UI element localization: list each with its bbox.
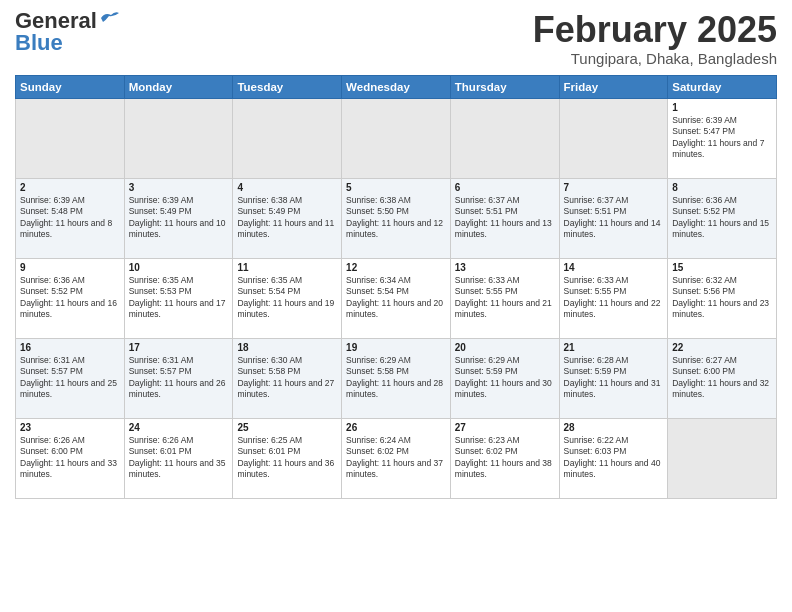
- day-number: 5: [346, 182, 446, 193]
- cell-info: Sunrise: 6:33 AM Sunset: 5:55 PM Dayligh…: [455, 275, 555, 321]
- cell-info: Sunrise: 6:39 AM Sunset: 5:49 PM Dayligh…: [129, 195, 229, 241]
- table-row: 22Sunrise: 6:27 AM Sunset: 6:00 PM Dayli…: [668, 338, 777, 418]
- day-number: 19: [346, 342, 446, 353]
- cell-info: Sunrise: 6:36 AM Sunset: 5:52 PM Dayligh…: [672, 195, 772, 241]
- table-row: [16, 98, 125, 178]
- table-row: 18Sunrise: 6:30 AM Sunset: 5:58 PM Dayli…: [233, 338, 342, 418]
- day-number: 26: [346, 422, 446, 433]
- table-row: [233, 98, 342, 178]
- table-row: [559, 98, 668, 178]
- day-number: 18: [237, 342, 337, 353]
- day-number: 12: [346, 262, 446, 273]
- table-row: 23Sunrise: 6:26 AM Sunset: 6:00 PM Dayli…: [16, 418, 125, 498]
- table-row: 15Sunrise: 6:32 AM Sunset: 5:56 PM Dayli…: [668, 258, 777, 338]
- cell-info: Sunrise: 6:26 AM Sunset: 6:01 PM Dayligh…: [129, 435, 229, 481]
- day-number: 24: [129, 422, 229, 433]
- cell-info: Sunrise: 6:37 AM Sunset: 5:51 PM Dayligh…: [455, 195, 555, 241]
- table-row: 3Sunrise: 6:39 AM Sunset: 5:49 PM Daylig…: [124, 178, 233, 258]
- month-title: February 2025: [533, 10, 777, 50]
- day-number: 17: [129, 342, 229, 353]
- logo-text-blue: Blue: [15, 32, 63, 54]
- cell-info: Sunrise: 6:23 AM Sunset: 6:02 PM Dayligh…: [455, 435, 555, 481]
- header-thursday: Thursday: [450, 75, 559, 98]
- table-row: 24Sunrise: 6:26 AM Sunset: 6:01 PM Dayli…: [124, 418, 233, 498]
- day-number: 22: [672, 342, 772, 353]
- table-row: [342, 98, 451, 178]
- header-tuesday: Tuesday: [233, 75, 342, 98]
- day-number: 13: [455, 262, 555, 273]
- table-row: 28Sunrise: 6:22 AM Sunset: 6:03 PM Dayli…: [559, 418, 668, 498]
- cell-info: Sunrise: 6:38 AM Sunset: 5:49 PM Dayligh…: [237, 195, 337, 241]
- table-row: 5Sunrise: 6:38 AM Sunset: 5:50 PM Daylig…: [342, 178, 451, 258]
- table-row: 13Sunrise: 6:33 AM Sunset: 5:55 PM Dayli…: [450, 258, 559, 338]
- calendar-table: Sunday Monday Tuesday Wednesday Thursday…: [15, 75, 777, 499]
- table-row: 17Sunrise: 6:31 AM Sunset: 5:57 PM Dayli…: [124, 338, 233, 418]
- table-row: 4Sunrise: 6:38 AM Sunset: 5:49 PM Daylig…: [233, 178, 342, 258]
- table-row: 2Sunrise: 6:39 AM Sunset: 5:48 PM Daylig…: [16, 178, 125, 258]
- table-row: 16Sunrise: 6:31 AM Sunset: 5:57 PM Dayli…: [16, 338, 125, 418]
- day-number: 2: [20, 182, 120, 193]
- day-number: 20: [455, 342, 555, 353]
- cell-info: Sunrise: 6:34 AM Sunset: 5:54 PM Dayligh…: [346, 275, 446, 321]
- table-row: 12Sunrise: 6:34 AM Sunset: 5:54 PM Dayli…: [342, 258, 451, 338]
- day-number: 25: [237, 422, 337, 433]
- cell-info: Sunrise: 6:31 AM Sunset: 5:57 PM Dayligh…: [20, 355, 120, 401]
- cell-info: Sunrise: 6:29 AM Sunset: 5:59 PM Dayligh…: [455, 355, 555, 401]
- table-row: 8Sunrise: 6:36 AM Sunset: 5:52 PM Daylig…: [668, 178, 777, 258]
- day-number: 21: [564, 342, 664, 353]
- day-number: 23: [20, 422, 120, 433]
- day-number: 14: [564, 262, 664, 273]
- table-row: 7Sunrise: 6:37 AM Sunset: 5:51 PM Daylig…: [559, 178, 668, 258]
- table-row: [450, 98, 559, 178]
- table-row: 20Sunrise: 6:29 AM Sunset: 5:59 PM Dayli…: [450, 338, 559, 418]
- cell-info: Sunrise: 6:37 AM Sunset: 5:51 PM Dayligh…: [564, 195, 664, 241]
- day-number: 15: [672, 262, 772, 273]
- cell-info: Sunrise: 6:30 AM Sunset: 5:58 PM Dayligh…: [237, 355, 337, 401]
- day-number: 7: [564, 182, 664, 193]
- cell-info: Sunrise: 6:35 AM Sunset: 5:54 PM Dayligh…: [237, 275, 337, 321]
- logo-bird-icon: [99, 10, 121, 28]
- day-number: 9: [20, 262, 120, 273]
- cell-info: Sunrise: 6:28 AM Sunset: 5:59 PM Dayligh…: [564, 355, 664, 401]
- page-container: General Blue February 2025 Tungipara, Dh…: [0, 0, 792, 509]
- cell-info: Sunrise: 6:25 AM Sunset: 6:01 PM Dayligh…: [237, 435, 337, 481]
- table-row: 1Sunrise: 6:39 AM Sunset: 5:47 PM Daylig…: [668, 98, 777, 178]
- day-number: 6: [455, 182, 555, 193]
- table-row: 26Sunrise: 6:24 AM Sunset: 6:02 PM Dayli…: [342, 418, 451, 498]
- day-number: 4: [237, 182, 337, 193]
- cell-info: Sunrise: 6:29 AM Sunset: 5:58 PM Dayligh…: [346, 355, 446, 401]
- day-number: 28: [564, 422, 664, 433]
- day-number: 1: [672, 102, 772, 113]
- calendar-header-row: Sunday Monday Tuesday Wednesday Thursday…: [16, 75, 777, 98]
- day-number: 8: [672, 182, 772, 193]
- cell-info: Sunrise: 6:36 AM Sunset: 5:52 PM Dayligh…: [20, 275, 120, 321]
- table-row: 9Sunrise: 6:36 AM Sunset: 5:52 PM Daylig…: [16, 258, 125, 338]
- table-row: 10Sunrise: 6:35 AM Sunset: 5:53 PM Dayli…: [124, 258, 233, 338]
- table-row: 6Sunrise: 6:37 AM Sunset: 5:51 PM Daylig…: [450, 178, 559, 258]
- day-number: 3: [129, 182, 229, 193]
- header-wednesday: Wednesday: [342, 75, 451, 98]
- table-row: 21Sunrise: 6:28 AM Sunset: 5:59 PM Dayli…: [559, 338, 668, 418]
- cell-info: Sunrise: 6:31 AM Sunset: 5:57 PM Dayligh…: [129, 355, 229, 401]
- table-row: [124, 98, 233, 178]
- day-number: 16: [20, 342, 120, 353]
- cell-info: Sunrise: 6:22 AM Sunset: 6:03 PM Dayligh…: [564, 435, 664, 481]
- cell-info: Sunrise: 6:27 AM Sunset: 6:00 PM Dayligh…: [672, 355, 772, 401]
- day-number: 11: [237, 262, 337, 273]
- table-row: 25Sunrise: 6:25 AM Sunset: 6:01 PM Dayli…: [233, 418, 342, 498]
- cell-info: Sunrise: 6:33 AM Sunset: 5:55 PM Dayligh…: [564, 275, 664, 321]
- cell-info: Sunrise: 6:26 AM Sunset: 6:00 PM Dayligh…: [20, 435, 120, 481]
- location: Tungipara, Dhaka, Bangladesh: [533, 50, 777, 67]
- header-saturday: Saturday: [668, 75, 777, 98]
- logo: General Blue: [15, 10, 121, 54]
- title-section: February 2025 Tungipara, Dhaka, Banglade…: [533, 10, 777, 67]
- table-row: 14Sunrise: 6:33 AM Sunset: 5:55 PM Dayli…: [559, 258, 668, 338]
- cell-info: Sunrise: 6:35 AM Sunset: 5:53 PM Dayligh…: [129, 275, 229, 321]
- cell-info: Sunrise: 6:24 AM Sunset: 6:02 PM Dayligh…: [346, 435, 446, 481]
- day-number: 10: [129, 262, 229, 273]
- logo-text-general: General: [15, 10, 97, 32]
- cell-info: Sunrise: 6:39 AM Sunset: 5:48 PM Dayligh…: [20, 195, 120, 241]
- header-monday: Monday: [124, 75, 233, 98]
- cell-info: Sunrise: 6:38 AM Sunset: 5:50 PM Dayligh…: [346, 195, 446, 241]
- header-friday: Friday: [559, 75, 668, 98]
